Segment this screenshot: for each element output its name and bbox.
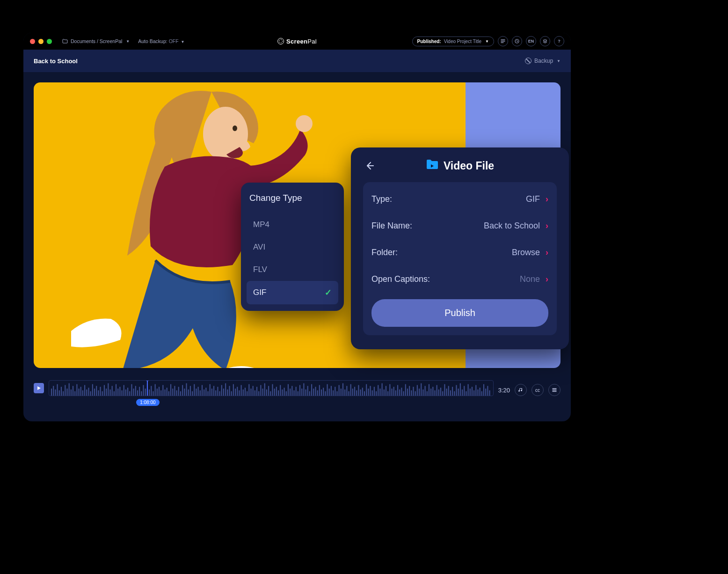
svg-rect-179 <box>393 387 394 396</box>
svg-rect-12 <box>66 389 67 396</box>
publish-button[interactable]: Publish <box>371 299 548 327</box>
music-icon-button[interactable] <box>515 384 527 396</box>
setting-row-captions[interactable]: Open Captions: None› <box>371 266 548 293</box>
caret-down-icon: ▼ <box>485 39 489 44</box>
language-button[interactable]: EN <box>526 36 536 46</box>
svg-rect-196 <box>427 391 428 396</box>
minimize-window-button[interactable] <box>38 39 44 44</box>
svg-rect-176 <box>387 391 388 396</box>
svg-rect-81 <box>202 385 203 396</box>
svg-rect-128 <box>293 390 294 396</box>
type-option-flv[interactable]: FLV <box>247 258 338 281</box>
history-icon-button[interactable] <box>512 36 522 46</box>
layers-icon-button[interactable] <box>540 36 550 46</box>
help-icon-button[interactable]: ? <box>554 36 564 46</box>
svg-rect-102 <box>243 390 244 396</box>
type-option-avi[interactable]: AVI <box>247 236 338 258</box>
caret-down-icon: ▼ <box>126 39 130 44</box>
svg-rect-132 <box>301 389 302 396</box>
setting-row-filename[interactable]: File Name: Back to School› <box>371 213 548 239</box>
svg-rect-71 <box>182 385 183 396</box>
svg-rect-165 <box>366 384 367 396</box>
svg-rect-6 <box>55 390 56 396</box>
svg-rect-72 <box>184 389 185 396</box>
svg-rect-64 <box>168 391 169 396</box>
setting-row-folder[interactable]: Folder: Browse› <box>371 239 548 266</box>
setting-row-type[interactable]: Type: GIF› <box>371 186 548 213</box>
cc-button[interactable]: cc <box>531 384 544 396</box>
svg-rect-28 <box>98 390 99 396</box>
svg-rect-15 <box>73 386 73 396</box>
timeline-track[interactable] <box>49 380 494 396</box>
setting-label: File Name: <box>371 221 412 231</box>
svg-rect-210 <box>454 391 455 396</box>
svg-rect-174 <box>384 390 385 396</box>
change-type-panel: Change Type MP4 AVI FLV GIF ✓ <box>241 183 344 311</box>
svg-rect-23 <box>88 388 89 396</box>
svg-rect-62 <box>164 390 165 396</box>
backup-button[interactable]: Backup ▼ <box>525 58 561 64</box>
type-option-gif[interactable]: GIF ✓ <box>247 281 338 304</box>
svg-rect-149 <box>335 387 335 396</box>
play-button[interactable] <box>34 383 44 393</box>
svg-rect-180 <box>395 390 396 396</box>
svg-rect-95 <box>229 386 230 396</box>
chevron-right-icon: › <box>546 221 548 231</box>
list-icon-button[interactable] <box>498 36 508 46</box>
svg-rect-167 <box>370 386 371 396</box>
menu-icon-button[interactable] <box>548 384 561 396</box>
svg-rect-139 <box>315 387 316 396</box>
svg-rect-218 <box>470 389 471 396</box>
svg-rect-47 <box>135 386 136 396</box>
svg-rect-134 <box>306 390 306 396</box>
playhead[interactable] <box>147 380 148 396</box>
svg-rect-198 <box>430 389 431 396</box>
maximize-window-button[interactable] <box>47 39 52 44</box>
svg-rect-199 <box>432 387 433 396</box>
back-button[interactable] <box>363 159 376 172</box>
svg-rect-42 <box>125 390 126 396</box>
svg-point-3 <box>296 115 313 132</box>
svg-rect-4 <box>51 389 52 396</box>
publish-status-dropdown[interactable]: Published: Video Project Title ▼ <box>412 37 494 46</box>
svg-rect-99 <box>237 387 238 396</box>
svg-rect-25 <box>92 384 93 396</box>
svg-rect-104 <box>247 391 248 396</box>
svg-rect-157 <box>350 384 351 396</box>
svg-rect-87 <box>213 386 214 396</box>
type-option-label: AVI <box>253 243 265 252</box>
svg-rect-39 <box>119 387 120 396</box>
svg-rect-66 <box>172 389 173 396</box>
svg-rect-52 <box>145 389 146 396</box>
caret-down-icon: ▼ <box>557 59 561 63</box>
svg-rect-21 <box>84 385 85 396</box>
svg-rect-124 <box>286 391 287 396</box>
svg-rect-113 <box>264 383 265 396</box>
svg-rect-48 <box>137 390 138 396</box>
svg-rect-209 <box>452 387 453 396</box>
svg-rect-105 <box>248 384 249 396</box>
svg-rect-126 <box>290 389 291 396</box>
close-window-button[interactable] <box>30 39 35 44</box>
svg-rect-205 <box>444 384 445 396</box>
svg-rect-8 <box>59 390 60 396</box>
svg-rect-92 <box>223 389 224 396</box>
svg-rect-94 <box>227 390 228 396</box>
svg-rect-184 <box>403 391 404 396</box>
breadcrumb[interactable]: Documents / ScreenPal ▼ <box>62 38 130 44</box>
svg-rect-158 <box>352 389 353 396</box>
setting-value: None <box>520 274 540 284</box>
svg-rect-101 <box>241 385 242 396</box>
svg-rect-193 <box>421 383 422 396</box>
svg-rect-84 <box>207 391 208 396</box>
type-option-label: FLV <box>253 265 267 274</box>
svg-rect-38 <box>117 389 118 396</box>
svg-rect-145 <box>327 384 328 396</box>
svg-rect-20 <box>82 390 83 396</box>
type-option-mp4[interactable]: MP4 <box>247 213 338 236</box>
auto-backup-toggle[interactable]: Auto Backup: OFF ▼ <box>138 38 184 44</box>
svg-rect-220 <box>473 390 474 396</box>
change-type-title: Change Type <box>249 193 335 203</box>
svg-rect-133 <box>303 383 304 396</box>
svg-rect-189 <box>413 387 414 396</box>
